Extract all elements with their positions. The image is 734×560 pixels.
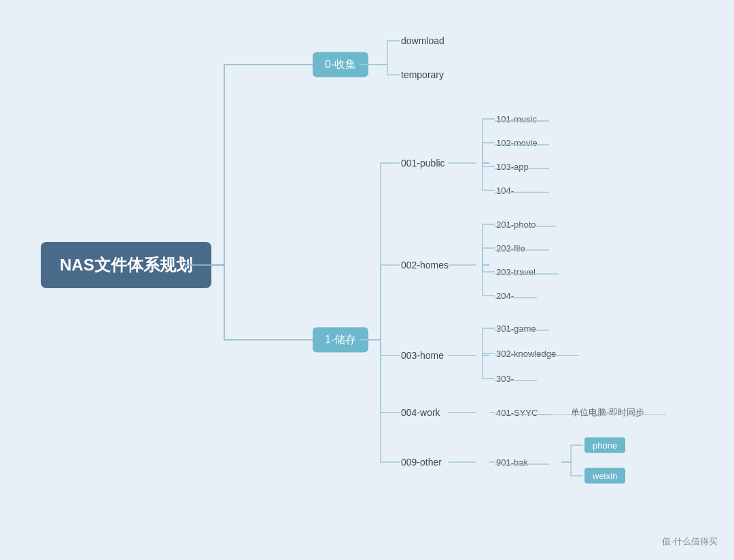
node-004-work: 004-work <box>401 407 440 418</box>
node-203-travel: 203-travel <box>496 267 536 277</box>
node-temporary: temporary <box>401 69 444 80</box>
node-009-other: 009-other <box>401 457 442 468</box>
node-102-movie: 102-movie <box>496 138 538 148</box>
watermark: 值·什么值得买 <box>662 536 718 548</box>
node-302-knowledge: 302-knowledge <box>496 349 556 359</box>
node-204: 204- <box>496 291 514 301</box>
node-901-bak: 901-bak <box>496 457 528 468</box>
node-101-music: 101-music <box>496 114 537 124</box>
node-202-file: 202-file <box>496 243 525 253</box>
node-201-photo: 201-photo <box>496 220 536 230</box>
node-303: 303- <box>496 374 514 384</box>
node-401-SYYC: 401-SYYC <box>496 408 538 418</box>
node-weixin: weixin <box>584 468 625 484</box>
node-003-home: 003-home <box>401 350 444 361</box>
node-phone: phone <box>584 438 625 453</box>
node-301-game: 301-game <box>496 323 536 334</box>
node-103-app: 103-app <box>496 162 529 172</box>
node-002-homes: 002-homes <box>401 260 449 270</box>
root-node: NAS文件体系规划 <box>41 242 211 288</box>
node-dowmload: dowmload <box>401 35 444 46</box>
branch-0: 0-收集 <box>313 52 368 77</box>
node-104: 104- <box>496 186 514 196</box>
branch-1: 1-储存 <box>313 328 368 353</box>
node-001-public: 001-public <box>401 158 445 169</box>
note-401: 单位电脑-即时同步 <box>571 406 644 419</box>
